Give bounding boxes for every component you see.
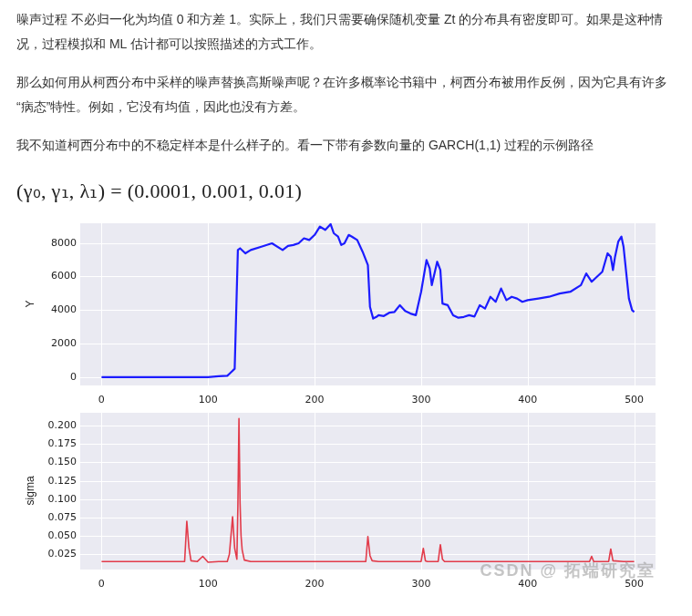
plot-area-bottom xyxy=(80,413,656,570)
chart-figure: Y 02000400060008000 0100200300400500 sig… xyxy=(22,223,656,591)
yticks-top: 02000400060008000 xyxy=(38,223,80,385)
xticks-bottom: 0100200300400500 xyxy=(80,575,656,591)
formula-display: (γ₀, γ₁, λ₁) = (0.0001, 0.001, 0.01) xyxy=(16,172,676,210)
chart-top: Y 02000400060008000 xyxy=(22,223,656,385)
plot-area-top xyxy=(80,223,656,385)
xticks-top: 0100200300400500 xyxy=(80,391,656,407)
yticks-bottom: 0.0250.0500.0750.1000.1250.1500.1750.200 xyxy=(38,413,80,570)
ylabel-bottom: sigma xyxy=(20,477,41,506)
paragraph-1: 噪声过程 不必归一化为均值 0 和方差 1。实际上，我们只需要确保随机变量 Zt… xyxy=(16,7,676,56)
chart-bottom: sigma 0.0250.0500.0750.1000.1250.1500.17… xyxy=(22,413,656,570)
ylabel-top: Y xyxy=(20,301,41,308)
paragraph-2: 那么如何用从柯西分布中采样的噪声替换高斯噪声呢？在许多概率论书籍中，柯西分布被用… xyxy=(16,70,676,118)
paragraph-3: 我不知道柯西分布中的不稳定样本是什么样子的。看一下带有参数向量的 GARCH(1… xyxy=(16,133,676,158)
